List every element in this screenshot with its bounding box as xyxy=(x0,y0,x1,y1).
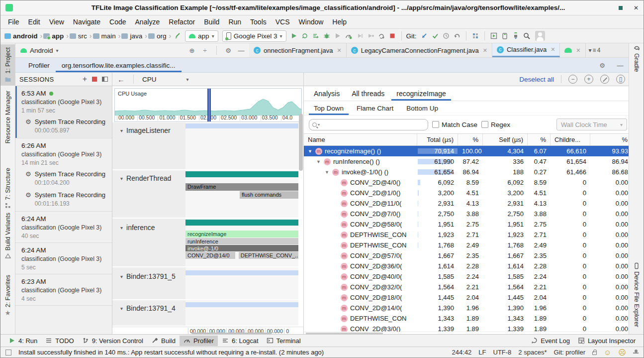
match-case-checkbox[interactable]: Match Case xyxy=(432,121,477,128)
tool-windows-icon[interactable] xyxy=(5,350,11,356)
table-row[interactable]: mDEPTHWISE_CON1,9232.711,9232.7100.00 xyxy=(304,230,632,240)
table-row[interactable]: mCONV_2D@36/0(1,6142.281,6142.2800.00 xyxy=(304,261,632,271)
tracks-vertical-scrollbar[interactable] xyxy=(299,114,303,171)
device-dropdown[interactable]: Google Pixel 3▾ xyxy=(222,30,286,42)
search-everywhere-icon[interactable] xyxy=(523,32,530,39)
editor-tab-more[interactable]: ✕ xyxy=(560,43,585,57)
sidebar-item-2-favorites[interactable]: 2: Favorites★ xyxy=(0,275,15,317)
avd-manager-icon[interactable] xyxy=(501,32,508,39)
hide-panel-icon[interactable]: — xyxy=(236,47,246,54)
table-row[interactable]: mCONV_2D@1/0()3,2004.513,2004.5100.00 xyxy=(304,188,632,198)
menu-analyze[interactable]: Analyze xyxy=(131,18,165,26)
tool-button-6-logcat[interactable]: 6: Logcat xyxy=(218,336,263,346)
tool-button-todo[interactable]: TODO xyxy=(41,336,78,346)
close-icon[interactable]: ✕ xyxy=(576,47,580,54)
avatar[interactable] xyxy=(535,31,545,41)
analysis-tab-analysis[interactable]: Analysis xyxy=(309,86,345,101)
profile-icon[interactable] xyxy=(345,32,352,39)
column-header-6[interactable]: % xyxy=(590,134,632,145)
cpu-usage-chart[interactable]: CPU Usage 00.00000.50001.00001.50002.000… xyxy=(114,88,302,122)
table-row[interactable]: mCONV_2D@4/0()6,0928.596,0928.5900.00 xyxy=(304,177,632,188)
session-item[interactable]: 6:24 AMclassification (Google Pixel 3)5 … xyxy=(15,243,112,274)
hide-panel-icon[interactable]: — xyxy=(615,62,625,69)
editor-tab-Classifier-java[interactable]: cClassifier.java✕ xyxy=(492,43,560,57)
menu-edit[interactable]: Edit xyxy=(24,18,45,26)
recording-item[interactable]: ⚙System Trace Recording00:00:05.897 xyxy=(21,114,108,135)
stop-icon[interactable] xyxy=(389,32,396,39)
apply-code-changes-icon[interactable] xyxy=(312,32,319,39)
table-row[interactable]: mCONV_2D@14/0(1,3901.961,3901.9600.00 xyxy=(304,303,632,313)
split-indicator[interactable]: ▾≡4 xyxy=(586,43,604,57)
project-view-selector[interactable]: Android xyxy=(30,47,53,54)
search-input[interactable]: ▾ xyxy=(309,119,428,130)
caret-position[interactable]: 244:42 xyxy=(452,349,472,356)
breadcrumb-main[interactable]: main xyxy=(93,32,116,40)
happy-face-icon[interactable]: ☺ xyxy=(604,349,611,356)
table-row[interactable]: mCONV_2D@32/0(1,5642.211,5642.2100.00 xyxy=(304,282,632,292)
sidebar-item-device-file-explorer[interactable]: Device File Explorer xyxy=(629,262,644,327)
trace-span[interactable] xyxy=(185,270,298,275)
close-icon[interactable]: ✕ xyxy=(634,4,639,11)
gear-icon[interactable]: ⚙ xyxy=(223,47,233,54)
trace-span[interactable] xyxy=(185,123,298,128)
commit-icon[interactable] xyxy=(432,32,439,39)
menu-file[interactable]: File xyxy=(3,18,24,26)
zoom-to-selection-icon[interactable]: ▯ xyxy=(616,75,625,84)
tool-button-terminal[interactable]: Terminal xyxy=(263,336,305,346)
menu-view[interactable]: View xyxy=(45,18,69,26)
column-header-4[interactable]: % xyxy=(528,134,551,145)
thread-lane[interactable] xyxy=(185,122,298,169)
deselect-all-link[interactable]: Deselect all xyxy=(519,76,554,83)
expand-arrow-icon[interactable]: ▼ xyxy=(316,159,321,164)
gear-icon[interactable]: ⚙ xyxy=(597,62,607,69)
editor-tab-LegacyCameraConnectionFragment-java[interactable]: cLegacyCameraConnectionFragment.java✕ xyxy=(347,43,492,57)
table-row[interactable]: mCONV_2D@18/0(1,4452.041,4452.0400.00 xyxy=(304,292,632,303)
maximize-icon[interactable] xyxy=(619,6,623,10)
profiler-tab-profiler[interactable]: Profiler xyxy=(22,59,56,72)
subtab-flame-chart[interactable]: Flame Chart xyxy=(352,101,398,115)
session-item[interactable]: 6:23 AMclassification (Google Pixel 3)4 … xyxy=(15,274,112,306)
tool-button-9-version-control[interactable]: 9: Version Control xyxy=(78,336,147,346)
stop-session-icon[interactable] xyxy=(92,77,97,82)
profiler-tab-session[interactable]: org.tensorflow.lite.examples.classific..… xyxy=(56,59,182,72)
thread-name[interactable]: ▾Binder:13791_4 xyxy=(120,304,176,312)
editor-tab-onnectionFragment-java[interactable]: connectionFragment.java✕ xyxy=(249,43,347,57)
rollback-icon[interactable] xyxy=(454,32,460,39)
expand-arrow-icon[interactable]: ▼ xyxy=(325,170,330,175)
trace-span-recognizeimage[interactable]: recognizeImage xyxy=(185,231,298,238)
locate-file-icon[interactable]: ⊕ xyxy=(187,47,197,54)
sidebar-item-gradle[interactable]: Gradle xyxy=(629,44,644,72)
menu-code[interactable]: Code xyxy=(105,18,130,26)
indent-setting[interactable]: 2 spaces* xyxy=(518,349,547,356)
file-encoding[interactable]: UTF-8 xyxy=(493,349,512,356)
trace-span-drawframe[interactable]: DrawFrame xyxy=(185,183,298,191)
column-header-0[interactable]: Name xyxy=(304,134,417,145)
trace-span-depthwise-conv-[interactable]: DEPTHWISE_CONV_... xyxy=(239,252,298,259)
table-row[interactable]: mCONV_2D@11/0(2,9314.132,9314.1300.00 xyxy=(304,198,632,209)
session-item[interactable]: 6:26 AMclassification (Google Pixel 3)14… xyxy=(15,138,112,212)
add-session-icon[interactable]: + xyxy=(83,75,87,84)
step-into-icon[interactable] xyxy=(367,32,374,39)
thread-name[interactable]: ▾ImageListener xyxy=(120,126,171,134)
clock-type-dropdown[interactable]: Wall Clock Time ▾ xyxy=(556,119,627,130)
reset-zoom-icon[interactable] xyxy=(600,75,609,84)
profiler-type-dropdown[interactable]: CPU ▾ xyxy=(142,76,189,83)
line-separator[interactable]: LF xyxy=(478,349,486,356)
zoom-in-icon[interactable]: + xyxy=(584,75,593,84)
tool-button-profiler[interactable]: Profiler xyxy=(180,336,218,346)
trace-span[interactable] xyxy=(185,302,298,307)
sdk-manager-icon[interactable] xyxy=(512,32,519,39)
breadcrumb-org[interactable]: org xyxy=(148,32,167,40)
sidebar-item-7-structure[interactable]: 7: Structure xyxy=(0,168,15,209)
sad-face-icon[interactable]: ☹ xyxy=(618,349,626,356)
menu-navigate[interactable]: Navigate xyxy=(69,18,105,26)
table-row[interactable]: mCONV_2D@7/0()2,7503.882,7503.8800.00 xyxy=(304,209,632,219)
sidebar-item-build-variants[interactable]: Build Variants xyxy=(0,213,15,259)
thread-lane[interactable]: DrawFrameflush commands xyxy=(185,170,298,218)
analysis-tab-recognizeimage[interactable]: recognizeImage xyxy=(391,86,451,101)
table-row[interactable]: mDEPTHWISE_CON1,7682.491,7682.4900.00 xyxy=(304,240,632,250)
back-arrow-icon[interactable]: ← xyxy=(117,75,125,84)
thread-name[interactable]: ▾inference xyxy=(120,224,155,232)
trace-span-runinference[interactable]: runInference xyxy=(185,238,298,244)
trace-span-conv-2d-14-0[interactable]: CONV_2D@14/0 xyxy=(185,252,235,259)
